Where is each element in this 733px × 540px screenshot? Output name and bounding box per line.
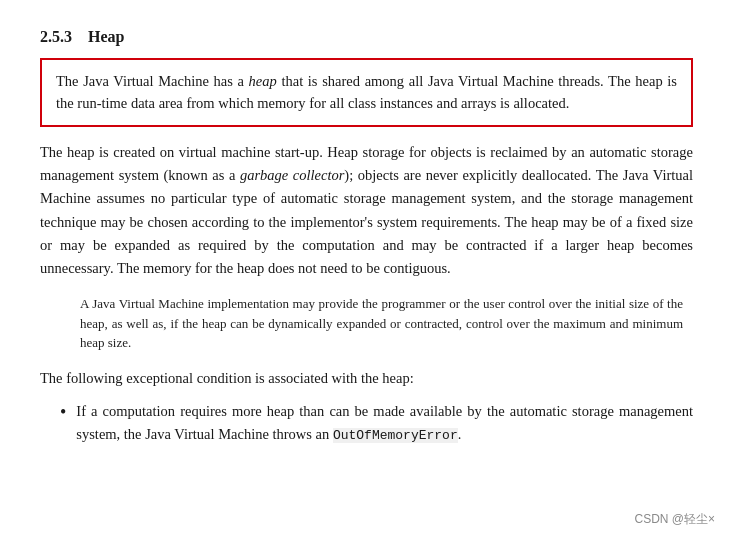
bullet-text: If a computation requires more heap than… (76, 400, 693, 447)
main-paragraph: The heap is created on virtual machine s… (40, 141, 693, 280)
highlighted-definition-box: The Java Virtual Machine has a heap that… (40, 58, 693, 127)
note-text: A Java Virtual Machine implementation ma… (80, 296, 683, 350)
bullet-code: OutOfMemoryError (333, 428, 458, 443)
following-line: The following exceptional condition is a… (40, 367, 693, 390)
bullet-text-part2: . (458, 426, 462, 442)
section-heading: 2.5.3 Heap (40, 28, 693, 46)
section-number: 2.5.3 (40, 28, 72, 45)
bullet-marker: • (60, 400, 66, 425)
watermark: CSDN @轻尘× (634, 511, 715, 528)
page: 2.5.3 Heap The Java Virtual Machine has … (0, 0, 733, 540)
indented-note: A Java Virtual Machine implementation ma… (80, 294, 683, 353)
section-title: Heap (88, 28, 124, 45)
bullet-item: • If a computation requires more heap th… (60, 400, 693, 447)
highlighted-text: The Java Virtual Machine has a heap that… (56, 70, 677, 115)
